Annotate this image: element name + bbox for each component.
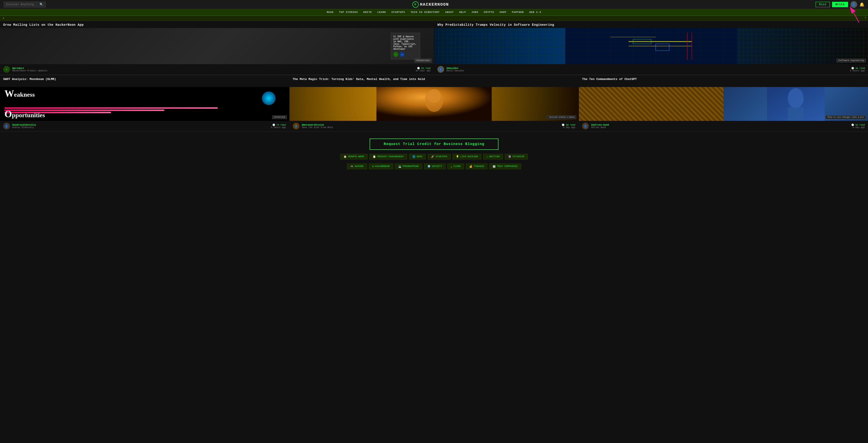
moonbeam-orb: [262, 92, 276, 105]
mid-read-time-2: 🕐 3m read: [562, 124, 575, 126]
mid-card-2[interactable]: The Meta Magic Trick: Turning Kids' Data…: [289, 75, 579, 131]
mid-author-row-2: 👤 @metaeatsbrains Save the Kids From Met…: [289, 121, 579, 131]
nav-item-shop[interactable]: SHOP: [500, 11, 506, 13]
product-management-icon: 📋: [373, 155, 376, 158]
story-title-2: Why Predictability Trumps Velocity in So…: [434, 21, 868, 28]
profile-card: Sr SDE @ Amazon with experience in AWS, …: [391, 33, 420, 59]
author-handle-2: @davydov: [446, 67, 464, 70]
nav-item-jobs[interactable]: JOBS: [471, 11, 478, 13]
swot-w-big: W: [4, 88, 14, 99]
linkedin-badge-icon: in: [400, 52, 405, 57]
story-card-1[interactable]: Grow Mailing Lists on the HackerNoon App…: [0, 21, 434, 75]
author-avatar-1: ⚡: [3, 66, 10, 73]
top-stories-row: Grow Mailing Lists on the HackerNoon App…: [0, 21, 868, 75]
svg-point-26: [788, 88, 804, 108]
tag-startups[interactable]: 🚀 STARTUPS: [428, 154, 451, 160]
web3-icon: 🌐: [412, 155, 416, 158]
mid-author-name-1: Andrey Didovskiy: [12, 126, 36, 129]
life-hacking-icon: 💡: [456, 155, 459, 158]
logo-area: ⏱ HACKERNOON: [412, 1, 449, 8]
swot-o-rest: pportunities: [12, 112, 45, 118]
mid-card-title-1: SWOT Analysis: Moonbeam (GLMR): [0, 75, 289, 87]
mid-card-title-2: The Meta Magic Trick: Turning Kids' Data…: [289, 75, 579, 87]
nav-item-crypto[interactable]: CRYPTO: [484, 11, 494, 13]
nav-item-web25[interactable]: WEB 2.5: [529, 11, 541, 13]
tag-tech-companies[interactable]: 🏢 TECH COMPANIES: [489, 164, 521, 169]
mid-time-ago-1: 5 hours ago: [271, 126, 286, 129]
tag-futurism[interactable]: 🔮 FUTURISM: [505, 154, 528, 160]
gaming-icon: 🎮: [350, 165, 354, 168]
ticker-content: ●: [3, 17, 4, 20]
mid-read-time-3: 🕐 5m read: [851, 124, 865, 126]
mid-author-name-2: Save the Kids From Meta: [302, 126, 333, 129]
read-time-2: 🕐 4m read: [850, 67, 865, 70]
nav-item-write[interactable]: WRITE: [363, 11, 372, 13]
read-button[interactable]: Read: [815, 2, 830, 7]
ticker-bar: ●: [0, 16, 868, 21]
mid-read-time-1: 🕐 7m read: [271, 124, 286, 126]
tag-life-hacking[interactable]: 💡 LIFE-HACKING: [453, 154, 482, 160]
tag-society[interactable]: 🌍 SOCIETY: [424, 164, 445, 169]
tags-row-1: 🏠 REMOTE-WORK 📋 PRODUCT-MANAGEMENT 🌐 WEB…: [336, 154, 532, 160]
nav-item-top-stories[interactable]: TOP STORIES: [339, 11, 358, 13]
time-ago-2: 5 hours ago: [850, 70, 865, 72]
right-actions: Read Write 👤 🔔: [815, 1, 864, 8]
story-tag-1: #hackernoon: [414, 59, 432, 62]
remote-work-icon: 🏠: [344, 155, 347, 158]
tags-row-2: 🎮 GAMING ⚙️ HACKERNOON 💻 PROGRAMMING 🌍 S…: [342, 164, 526, 169]
tech-companies-icon: 🏢: [493, 165, 496, 168]
search-area[interactable]: 🔍: [4, 2, 46, 7]
tag-remote-work[interactable]: 🏠 REMOTE-WORK: [340, 154, 368, 160]
author-avatar-2: 👤: [437, 66, 444, 73]
nav-item-learn[interactable]: LEARN: [377, 11, 386, 13]
author-name-1: HackerNoon Product Updates: [12, 70, 48, 72]
tag-product-management[interactable]: 📋 PRODUCT-MANAGEMENT: [369, 154, 407, 160]
notification-icon[interactable]: 🔔: [860, 2, 864, 7]
tag-hackernoon[interactable]: ⚙️ HACKERNOON: [369, 164, 393, 169]
logo-text: HACKERNOON: [420, 2, 449, 7]
nav-item-startups[interactable]: STARTUPS: [391, 11, 405, 13]
cloud-icon: ☁️: [451, 165, 452, 168]
mid-author-row-1: 👤 @andreydidovskiy Andrey Didovskiy 🕐 7m…: [0, 121, 289, 131]
author-row-2: 👤 @davydov Denis Davydov 🕐 4m read 5 hou…: [434, 64, 868, 75]
author-row-1: ⚡ @product HackerNoon Product Updates 🕐 …: [0, 64, 434, 75]
cta-section: Request Trial Credit for Business Bloggi…: [0, 132, 868, 174]
nav-item-read[interactable]: READ: [327, 11, 333, 13]
futurism-icon: 🔮: [508, 155, 512, 158]
story-card-2[interactable]: Why Predictability Trumps Velocity in So…: [434, 21, 868, 75]
star-icon: ✦: [865, 16, 866, 19]
mid-card-1[interactable]: SWOT Analysis: Moonbeam (GLMR) Weakness …: [0, 75, 289, 131]
nav-item-about[interactable]: ABOUT: [445, 11, 454, 13]
society-icon: 🌍: [428, 165, 431, 168]
search-input[interactable]: [6, 3, 38, 6]
nav-item-help[interactable]: HELP: [459, 11, 466, 13]
mid-stories-row: SWOT Analysis: Moonbeam (GLMR) Weakness …: [0, 75, 868, 132]
write-button[interactable]: Write: [832, 2, 848, 7]
mid-tag-2: #united-states-v-meta: [547, 115, 576, 119]
mid-author-avatar-1: 👤: [3, 123, 10, 130]
hackernoon-tag-icon: ⚙️: [372, 165, 374, 168]
nav-item-tech-co[interactable]: TECH CO DIRECTORY: [410, 11, 440, 13]
search-icon: 🔍: [39, 3, 43, 6]
mid-card-image-3: #how-to-use-chatgpt-like-a-pro: [579, 87, 868, 121]
mid-tag-1: #ethereum: [272, 115, 287, 119]
trial-credit-button[interactable]: Request Trial Credit for Business Bloggi…: [370, 138, 498, 150]
logo-icon: ⏱: [412, 1, 418, 8]
tag-programming[interactable]: 💻 PROGRAMMING: [395, 164, 422, 169]
golden-svg: [289, 87, 579, 121]
story-image-2: #software engineering: [434, 28, 868, 64]
mid-card-3[interactable]: The Ten Commandments of ChatGPT: [579, 75, 868, 131]
mid-tag-3: #how-to-use-chatgpt-like-a-pro: [826, 115, 866, 119]
logo-symbol: ⏱: [414, 3, 417, 6]
tag-finance[interactable]: 💰 FINANCE: [466, 164, 487, 169]
tag-writing[interactable]: ✏️ WRITING: [483, 154, 503, 160]
mid-card-image-2: #united-states-v-meta: [289, 87, 579, 121]
clock-icon-2: 🕐: [851, 67, 854, 70]
nav-item-partner[interactable]: PARTNER: [512, 11, 524, 13]
tag-web3[interactable]: 🌐 WEB3: [409, 154, 426, 160]
swot-o-big: O: [4, 109, 12, 119]
avatar[interactable]: 👤: [850, 1, 857, 8]
mid-author-row-3: 👤 @adrien-book Adrien Book 🕐 5m read a d…: [579, 121, 868, 131]
tag-gaming[interactable]: 🎮 GAMING: [347, 164, 367, 169]
tag-cloud[interactable]: ☁️ CLOUD: [447, 164, 464, 169]
